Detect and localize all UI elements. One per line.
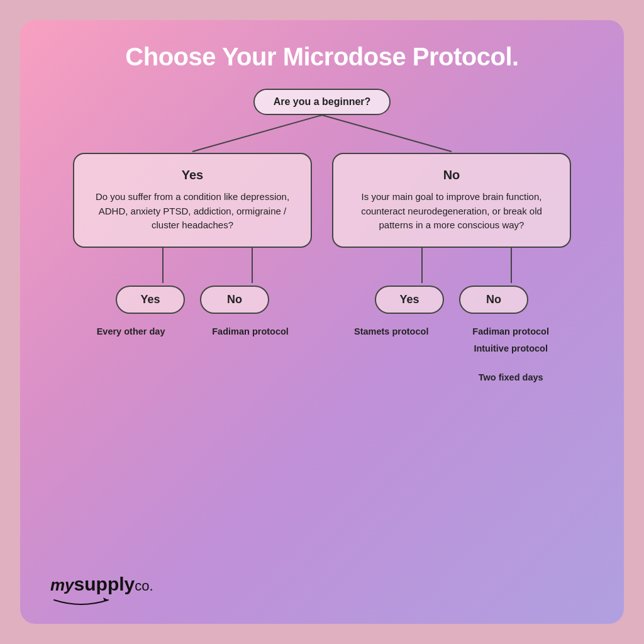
left-yes-pill: Yes — [116, 286, 185, 314]
left-yes-outcome: Every other day — [96, 325, 165, 385]
right-no-line3: Two fixed days — [472, 371, 549, 385]
left-box-heading: Yes — [92, 168, 293, 182]
right-section: Yes No — [332, 286, 571, 314]
card: Choose Your Microdose Protocol. Are you … — [20, 20, 624, 624]
left-no-outcome: Fadiman protocol — [212, 325, 289, 385]
level1: Are you a beginner? Yes Do you suffer fr… — [45, 89, 599, 385]
left-no-pill: No — [200, 286, 269, 314]
boxes-connectors — [73, 248, 571, 286]
right-box-body: Is your main goal to improve brain funct… — [351, 190, 552, 233]
top-connectors — [73, 115, 571, 153]
right-pills: Yes No — [332, 286, 571, 314]
left-pills: Yes No — [73, 286, 312, 314]
second-row: Yes Do you suffer from a condition like … — [45, 153, 599, 248]
brand-supply: supply — [74, 575, 135, 594]
pills-row-wrap: Yes No Yes No — [73, 286, 571, 314]
top-question: Are you a beginner? — [253, 89, 391, 115]
svg-line-1 — [322, 115, 452, 152]
outcomes-wrap: Every other day Fadiman protocol Stamets… — [73, 325, 571, 385]
svg-line-0 — [192, 115, 322, 152]
right-no-outcome: Fadiman protocol Intuitive protocol Two … — [472, 325, 549, 385]
right-box-heading: No — [351, 168, 552, 182]
right-box: No Is your main goal to improve brain fu… — [332, 153, 571, 248]
brand-logo: my supply co. — [50, 575, 153, 606]
left-box: Yes Do you suffer from a condition like … — [73, 153, 312, 248]
left-box-body: Do you suffer from a condition like depr… — [92, 190, 293, 233]
brand-my: my — [50, 577, 74, 593]
right-no-pill: No — [459, 286, 528, 314]
right-yes-outcome: Stamets protocol — [354, 325, 428, 385]
right-yes-pill: Yes — [375, 286, 444, 314]
brand-swoosh-icon — [53, 595, 109, 606]
brand-co: co. — [135, 579, 153, 593]
right-no-line2: Intuitive protocol — [472, 342, 549, 356]
left-section: Yes No — [73, 286, 312, 314]
page-title: Choose Your Microdose Protocol. — [125, 43, 518, 71]
right-no-line1: Fadiman protocol — [472, 326, 549, 336]
